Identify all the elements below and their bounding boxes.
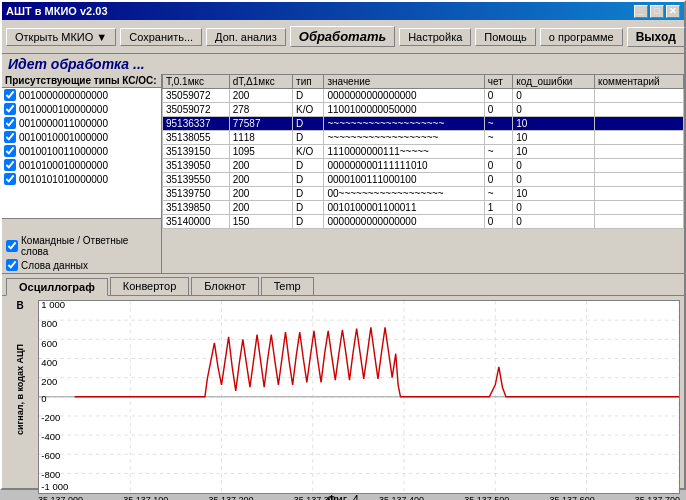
filter-item: Слова с ошибками xyxy=(4,272,159,273)
table-cell: D xyxy=(293,215,324,229)
main-content: Присутствующие типы КС/ОС: 0010000000000… xyxy=(2,74,684,274)
list-item-checkbox[interactable] xyxy=(4,145,16,157)
table-header: код_ошибки xyxy=(513,75,595,89)
table-row[interactable]: 351391501095K/O1110000000111~~~~~~10 xyxy=(163,145,684,159)
settings-button[interactable]: Настройка xyxy=(399,28,471,46)
oscilloscope-section: ОсциллографКонверторБлокнотTemp B сигнал… xyxy=(2,274,684,500)
filter-label: Слова данных xyxy=(21,260,88,271)
list-item: 0010000000000000 xyxy=(2,88,161,102)
tab-bar: ОсциллографКонверторБлокнотTemp xyxy=(2,274,684,296)
list-item-checkbox[interactable] xyxy=(4,173,16,185)
list-item-checkbox[interactable] xyxy=(4,103,16,115)
table-row[interactable]: 35139850200D001010000110001110 xyxy=(163,201,684,215)
list-item: 0010100010000000 xyxy=(2,158,161,172)
table-cell: 200 xyxy=(229,159,292,173)
table-header: значение xyxy=(324,75,484,89)
tab-осциллограф[interactable]: Осциллограф xyxy=(6,278,108,296)
maximize-button[interactable]: □ xyxy=(650,5,664,18)
table-cell: 35059072 xyxy=(163,103,230,117)
table-cell: 1110000000111~~~~~ xyxy=(324,145,484,159)
table-cell: 35140000 xyxy=(163,215,230,229)
left-panel-header: Присутствующие типы КС/ОС: xyxy=(2,74,161,88)
table-cell: ~ xyxy=(484,117,513,131)
table-header: комментарий xyxy=(595,75,684,89)
tab-temp[interactable]: Temp xyxy=(261,277,314,295)
filter-panel: Командные / Ответные словаСлова данныхСл… xyxy=(2,232,161,273)
save-button[interactable]: Сохранить... xyxy=(120,28,202,46)
table-cell: 0 xyxy=(513,201,595,215)
table-cell xyxy=(595,159,684,173)
table-cell: 0 xyxy=(513,89,595,103)
table-cell: 1100100000050000 xyxy=(324,103,484,117)
minimize-button[interactable]: _ xyxy=(634,5,648,18)
table-cell: 278 xyxy=(229,103,292,117)
table-row[interactable]: 35059072200D000000000000000000 xyxy=(163,89,684,103)
cs-os-list: 0010000000000000001000010000000000100000… xyxy=(2,88,161,218)
table-cell: 0000000000000000 xyxy=(324,89,484,103)
status-text: Идет обработка ... xyxy=(8,56,145,72)
svg-text:-200: -200 xyxy=(41,412,60,423)
table-cell: 35139850 xyxy=(163,201,230,215)
help-button[interactable]: Помощь xyxy=(475,28,536,46)
list-item-checkbox[interactable] xyxy=(4,131,16,143)
table-cell: 10 xyxy=(513,145,595,159)
process-button[interactable]: Обработать xyxy=(290,26,395,47)
table-row[interactable]: 35139750200D00~~~~~~~~~~~~~~~~~~~10 xyxy=(163,187,684,201)
table-cell: 35138055 xyxy=(163,131,230,145)
table-header: чет xyxy=(484,75,513,89)
main-window: АШТ в МКИО v2.03 _ □ ✕ Открыть МКИО ▼ Со… xyxy=(0,0,686,490)
x-tick-label: 35 137 400 xyxy=(379,495,424,500)
table-cell: 0000000000000000 xyxy=(324,215,484,229)
status-bar: Идет обработка ... xyxy=(2,54,684,74)
x-tick-label: 35 137 500 xyxy=(464,495,509,500)
table-cell: K/O xyxy=(293,103,324,117)
table-cell: 35139550 xyxy=(163,173,230,187)
list-item-checkbox[interactable] xyxy=(4,117,16,129)
table-row[interactable]: 35139050200D00000000011111101000 xyxy=(163,159,684,173)
toolbar: Открыть МКИО ▼ Сохранить... Доп. анализ … xyxy=(2,20,684,54)
horizontal-scrollbar[interactable] xyxy=(2,218,161,232)
filter-checkbox[interactable] xyxy=(6,240,18,252)
list-item-label: 0010010011000000 xyxy=(19,146,108,157)
table-cell: D xyxy=(293,131,324,145)
filter-checkbox[interactable] xyxy=(6,259,18,271)
table-cell: 35139750 xyxy=(163,187,230,201)
table-cell: ~~~~~~~~~~~~~~~~~~~ xyxy=(324,131,484,145)
table-cell: 10 xyxy=(513,187,595,201)
list-item: 0010000100000000 xyxy=(2,102,161,116)
table-row[interactable]: 351380551118D~~~~~~~~~~~~~~~~~~~~10 xyxy=(163,131,684,145)
osc-left-controls: B сигнал, в кодах АЦП 10▼ xyxy=(6,300,34,500)
table-cell: 1118 xyxy=(229,131,292,145)
table-cell: 1 xyxy=(484,201,513,215)
filter-item: Слова данных xyxy=(4,258,159,272)
svg-text:200: 200 xyxy=(41,376,57,387)
osc-chart-area: 1 000 800 600 400 200 0 -200 -400 -600 -… xyxy=(38,300,680,500)
table-row[interactable]: 9513633777587D~~~~~~~~~~~~~~~~~~~~~10 xyxy=(163,117,684,131)
table-cell xyxy=(595,201,684,215)
title-bar-buttons: _ □ ✕ xyxy=(634,5,680,18)
table-cell: D xyxy=(293,173,324,187)
table-cell: 35139050 xyxy=(163,159,230,173)
list-item-checkbox[interactable] xyxy=(4,89,16,101)
table-cell: 10 xyxy=(513,117,595,131)
open-mkio-button[interactable]: Открыть МКИО ▼ xyxy=(6,28,116,46)
table-cell: 000000000111111010 xyxy=(324,159,484,173)
data-table-panel: T,0.1мксdT,Δ1мкстипзначениечеткод_ошибки… xyxy=(162,74,684,273)
list-item-checkbox[interactable] xyxy=(4,159,16,171)
table-scroll[interactable]: T,0.1мксdT,Δ1мкстипзначениечеткод_ошибки… xyxy=(162,74,684,273)
table-cell: 77587 xyxy=(229,117,292,131)
tab-блокнот[interactable]: Блокнот xyxy=(191,277,259,295)
exit-button[interactable]: Выход xyxy=(627,27,685,47)
data-table: T,0.1мксdT,Δ1мкстипзначениечеткод_ошибки… xyxy=(162,74,684,229)
table-row[interactable]: 35059072278K/O110010000005000000 xyxy=(163,103,684,117)
table-cell: D xyxy=(293,187,324,201)
tab-конвертор[interactable]: Конвертор xyxy=(110,277,189,295)
close-button[interactable]: ✕ xyxy=(666,5,680,18)
list-item: 0010010001000000 xyxy=(2,130,161,144)
extra-analysis-button[interactable]: Доп. анализ xyxy=(206,28,286,46)
about-button[interactable]: о программе xyxy=(540,28,623,46)
table-row[interactable]: 35140000150D000000000000000000 xyxy=(163,215,684,229)
table-row[interactable]: 35139550200D000010011100010000 xyxy=(163,173,684,187)
svg-text:-800: -800 xyxy=(41,469,60,480)
x-tick-label: 35 137 000 xyxy=(38,495,83,500)
